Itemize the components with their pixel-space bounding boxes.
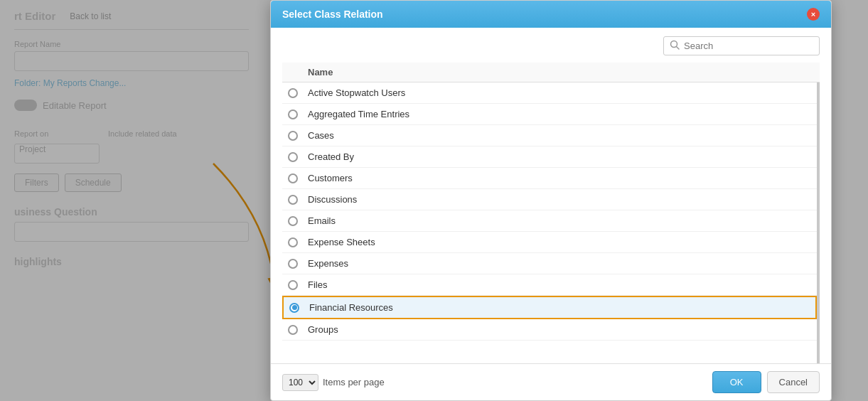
list-item[interactable]: Emails <box>282 210 817 232</box>
radio-button[interactable] <box>289 303 299 313</box>
item-label: Expense Sheets <box>308 237 375 247</box>
radio-button[interactable] <box>288 259 298 269</box>
list-item[interactable]: Expense Sheets <box>282 232 817 253</box>
radio-button[interactable] <box>288 280 298 290</box>
modal-footer: 1005025 Items per page OK Cancel <box>271 363 831 400</box>
list-item[interactable]: Customers <box>282 168 817 189</box>
list-item[interactable]: Cases <box>282 125 817 146</box>
pagination-row: 1005025 Items per page <box>282 374 385 391</box>
item-label: Expenses <box>308 258 348 269</box>
item-label: Active Stopwatch Users <box>308 87 405 98</box>
items-list[interactable]: Active Stopwatch UsersAggregated Time En… <box>282 82 820 363</box>
cancel-button[interactable]: Cancel <box>767 371 820 393</box>
list-item[interactable]: Aggregated Time Entries <box>282 104 817 125</box>
list-item[interactable]: Files <box>282 274 817 296</box>
item-label: Emails <box>308 215 336 226</box>
list-item[interactable]: Expenses <box>282 253 817 274</box>
item-label: Created By <box>308 151 354 162</box>
item-label: Customers <box>308 173 353 183</box>
list-item[interactable]: Financial Resources <box>282 296 817 319</box>
svg-line-2 <box>677 47 680 50</box>
radio-button[interactable] <box>288 109 298 119</box>
search-input[interactable] <box>684 41 813 51</box>
search-icon <box>670 40 680 52</box>
list-item[interactable]: Discussions <box>282 189 817 210</box>
modal-header: Select Class Relation × <box>271 1 831 28</box>
radio-button[interactable] <box>288 325 298 335</box>
radio-button[interactable] <box>288 131 298 141</box>
radio-button[interactable] <box>288 173 298 183</box>
name-column-header: Name <box>308 67 333 77</box>
radio-button[interactable] <box>288 216 298 226</box>
item-label: Cases <box>308 130 334 141</box>
select-class-relation-modal: Select Class Relation × Name Active Stop… <box>270 0 832 401</box>
modal-title: Select Class Relation <box>282 9 383 20</box>
list-item[interactable]: Created By <box>282 146 817 168</box>
footer-buttons: OK Cancel <box>712 371 820 393</box>
item-label: Discussions <box>308 194 357 205</box>
radio-button[interactable] <box>288 88 298 98</box>
radio-button[interactable] <box>288 237 298 247</box>
search-input-wrap <box>663 36 820 55</box>
list-item[interactable]: Groups <box>282 319 817 341</box>
item-label: Financial Resources <box>309 302 393 313</box>
list-item[interactable]: Active Stopwatch Users <box>282 82 817 104</box>
search-row <box>282 36 820 55</box>
ok-button[interactable]: OK <box>712 371 761 393</box>
per-page-select[interactable]: 1005025 <box>282 374 318 391</box>
table-header: Name <box>282 63 820 82</box>
radio-button[interactable] <box>288 195 298 205</box>
modal-close-button[interactable]: × <box>807 8 820 21</box>
radio-spacer <box>288 67 308 77</box>
item-label: Groups <box>308 324 338 335</box>
item-label: Aggregated Time Entries <box>308 109 409 119</box>
radio-button[interactable] <box>288 152 298 162</box>
items-per-page-label: Items per page <box>323 377 385 387</box>
modal-body: Name Active Stopwatch UsersAggregated Ti… <box>271 28 831 363</box>
item-label: Files <box>308 279 327 290</box>
